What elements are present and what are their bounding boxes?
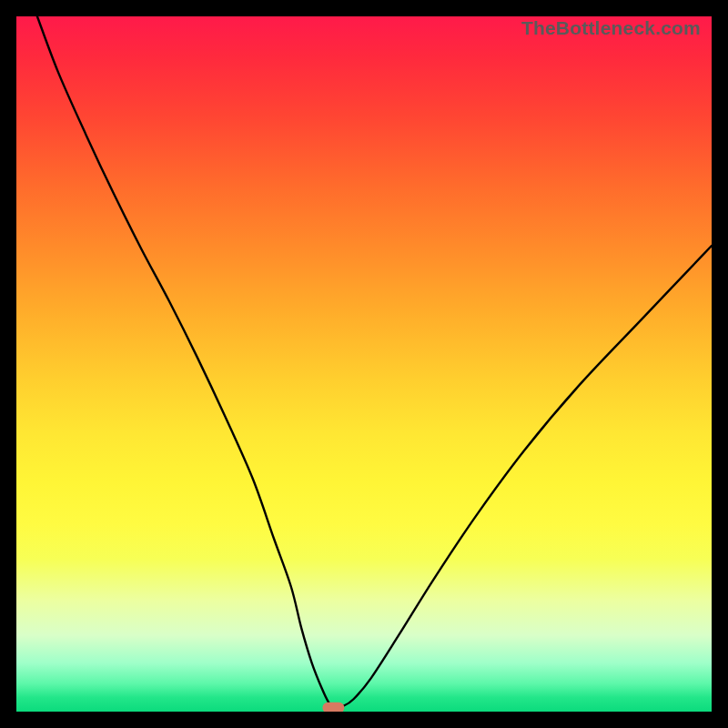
chart-frame: TheBottleneck.com xyxy=(0,0,728,728)
bottleneck-curve xyxy=(37,16,712,708)
curve-layer xyxy=(16,16,712,712)
min-marker xyxy=(322,703,344,712)
plot-area: TheBottleneck.com xyxy=(16,16,712,712)
